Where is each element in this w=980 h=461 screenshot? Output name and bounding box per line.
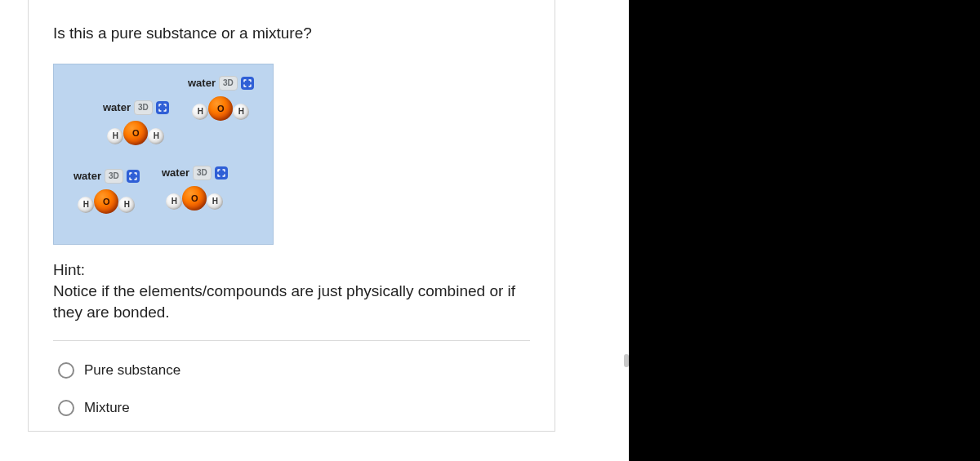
expand-icon[interactable] <box>241 77 254 90</box>
scrollbar-thumb[interactable] <box>624 354 629 367</box>
badge-3d[interactable]: 3D <box>134 100 153 115</box>
atom-o: O <box>123 121 148 145</box>
molecule-label: water3D <box>188 76 254 91</box>
atom-h: H <box>192 104 208 120</box>
divider <box>53 340 530 341</box>
atom-o: O <box>94 189 118 214</box>
option-label: Mixture <box>84 400 130 416</box>
badge-3d[interactable]: 3D <box>193 166 212 180</box>
molecule-structure: HOH <box>107 117 164 149</box>
hint-label: Hint: <box>53 261 530 279</box>
expand-icon[interactable] <box>215 166 228 180</box>
atom-h: H <box>118 197 135 213</box>
expand-icon[interactable] <box>156 101 169 114</box>
atom-h: H <box>78 197 94 213</box>
molecule: water3DHOH <box>103 100 169 149</box>
molecule-structure: HOH <box>192 92 249 125</box>
right-black-panel <box>629 0 980 461</box>
molecule-diagram: water3DHOHwater3DHOHwater3DHOHwater3DHOH <box>53 64 274 245</box>
question-text: Is this a pure substance or a mixture? <box>53 23 530 44</box>
radio-icon[interactable] <box>58 400 74 416</box>
badge-3d[interactable]: 3D <box>219 76 238 91</box>
option-label: Pure substance <box>84 362 180 379</box>
atom-o: O <box>182 186 207 211</box>
molecule-name: water <box>74 170 101 182</box>
molecule: water3DHOH <box>188 76 254 125</box>
hint-text: Notice if the elements/compounds are jus… <box>53 281 530 324</box>
molecule-label: water3D <box>103 100 169 115</box>
molecule: water3DHOH <box>74 169 140 218</box>
atom-o: O <box>208 96 233 121</box>
badge-3d[interactable]: 3D <box>105 169 123 184</box>
option-row[interactable]: Mixture <box>53 393 530 431</box>
molecule-structure: HOH <box>78 185 135 218</box>
molecule-name: water <box>103 101 131 113</box>
molecule-structure: HOH <box>166 182 223 215</box>
molecule-label: water3D <box>74 169 140 184</box>
atom-h: H <box>107 128 123 144</box>
molecule-name: water <box>188 77 216 89</box>
question-card: Is this a pure substance or a mixture? w… <box>28 0 555 432</box>
radio-icon[interactable] <box>58 362 74 379</box>
expand-icon[interactable] <box>127 170 140 183</box>
atom-h: H <box>148 128 164 144</box>
molecule-name: water <box>162 166 189 179</box>
molecule: water3DHOH <box>162 166 228 215</box>
atom-h: H <box>233 104 249 120</box>
atom-h: H <box>207 193 223 210</box>
options-group: Pure substanceMixture <box>53 356 530 431</box>
atom-h: H <box>166 193 182 210</box>
molecule-label: water3D <box>162 166 228 180</box>
option-row[interactable]: Pure substance <box>53 356 530 393</box>
